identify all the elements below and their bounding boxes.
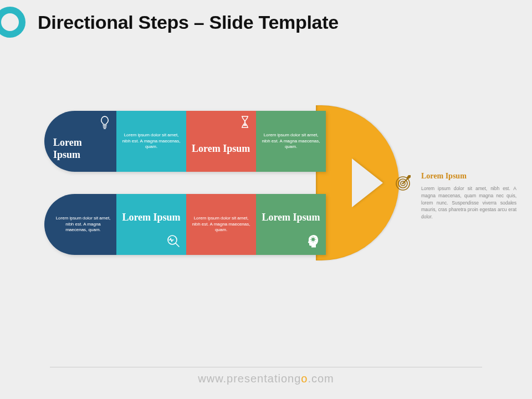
step-top-4: Lorem ipsum dolor sit amet, nibh est. A … — [256, 111, 326, 172]
head-idea-icon — [306, 234, 320, 250]
result-block: Lorem Ipsum Lorem ipsum dolor sit amet, … — [421, 172, 516, 221]
hourglass-icon — [239, 115, 250, 131]
logo-icon — [0, 6, 33, 39]
step-body: Lorem ipsum dolor sit amet, nibh est. A … — [262, 132, 320, 150]
footer-post: .com — [308, 372, 334, 385]
step-body: Lorem ipsum dolor sit amet, nibh est. A … — [192, 216, 250, 233]
diagram: Lorem Ipsum Lorem ipsum dolor sit amet, … — [44, 111, 366, 255]
step-title: Lorem Ipsum — [262, 212, 320, 224]
header: Directional Steps – Slide Template — [0, 0, 532, 44]
step-top-3: Lorem Ipsum — [186, 111, 256, 172]
target-icon — [395, 173, 413, 194]
footer-mid: presentationg — [227, 372, 301, 385]
top-row: Lorem Ipsum Lorem ipsum dolor sit amet, … — [44, 111, 326, 172]
step-top-2: Lorem ipsum dolor sit amet, nibh est. A … — [116, 111, 186, 172]
lightbulb-icon — [99, 115, 111, 132]
step-bot-1: Lorem ipsum dolor sit amet, nibh est. A … — [44, 194, 116, 255]
footer-o: o — [301, 372, 308, 385]
bottom-row: Lorem ipsum dolor sit amet, nibh est. A … — [44, 194, 326, 255]
step-title: Lorem Ipsum — [192, 143, 250, 155]
step-body: Lorem ipsum dolor sit amet, nibh est. A … — [122, 132, 181, 150]
svg-point-0 — [0, 10, 22, 34]
step-bot-3: Lorem ipsum dolor sit amet, nibh est. A … — [186, 194, 256, 255]
logo-mark — [0, 0, 33, 44]
arrow-chevron — [352, 158, 383, 207]
footer-divider — [50, 367, 482, 367]
svg-point-6 — [311, 238, 315, 241]
step-bot-2: Lorem Ipsum — [116, 194, 186, 255]
step-title: Lorem Ipsum — [53, 137, 111, 161]
step-body: Lorem ipsum dolor sit amet, nibh est. A … — [50, 216, 111, 233]
footer-pre: www. — [198, 372, 227, 385]
result-title: Lorem Ipsum — [421, 172, 516, 181]
result-body: Lorem ipsum dolor sit amet, nibh est. A … — [421, 185, 516, 221]
page-title: Directional Steps – Slide Template — [38, 12, 339, 33]
step-bot-4: Lorem Ipsum — [256, 194, 326, 255]
magnifier-pulse-icon — [166, 234, 181, 250]
step-title: Lorem Ipsum — [122, 212, 180, 224]
step-top-1: Lorem Ipsum — [44, 111, 116, 172]
footer-url: www.presentationgo.com — [0, 372, 532, 385]
